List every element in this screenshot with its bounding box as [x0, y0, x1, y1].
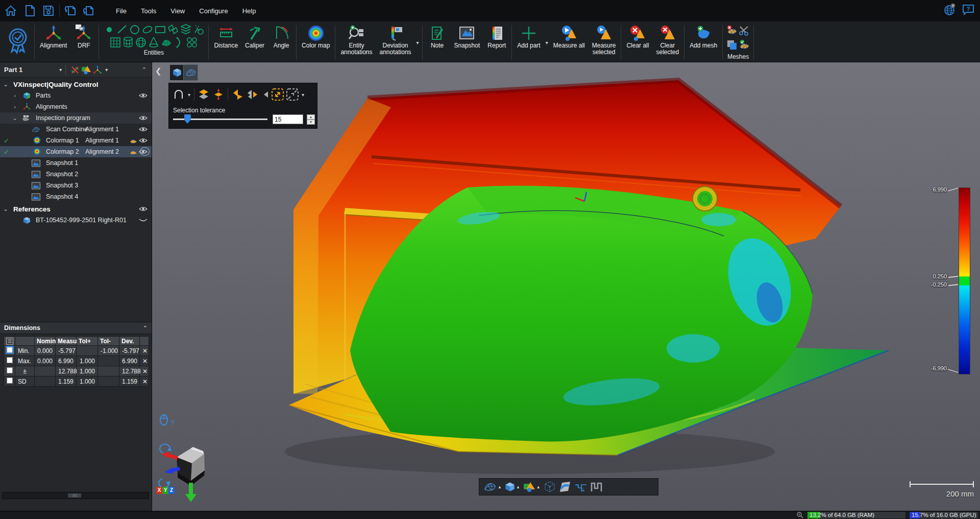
cut-mesh-icon[interactable]: [739, 25, 750, 38]
measure-all-button[interactable]: Measure all: [550, 23, 589, 62]
tree-references[interactable]: ⌄ References: [0, 203, 152, 215]
export-session-button[interactable]: [81, 3, 96, 18]
deviation-annotations-button[interactable]: Deviation annotations: [376, 23, 415, 62]
measure-selected-button[interactable]: Measure selected: [589, 23, 620, 62]
menu-tools[interactable]: Tools: [135, 4, 162, 18]
panel-collapse-caret[interactable]: ⌃: [142, 66, 146, 73]
collapse-panel-arrow-icon[interactable]: ❮: [155, 66, 162, 76]
3d-viewport[interactable]: ❮ ▾: [152, 62, 980, 511]
model-3d-view[interactable]: [152, 62, 980, 511]
cad-view-toggle[interactable]: [170, 65, 184, 80]
col-deviation[interactable]: Dev.: [119, 337, 140, 346]
tree-item-snapshot2[interactable]: Snapshot 2: [0, 169, 152, 180]
col-nominal[interactable]: Nomin: [35, 337, 56, 346]
selection-more-caret[interactable]: ▾: [301, 92, 305, 98]
entity-pattern-icon[interactable]: [186, 36, 199, 49]
menu-view[interactable]: View: [164, 4, 191, 18]
extend-selection-icon[interactable]: [260, 87, 270, 102]
tree-item-inspection-program[interactable]: ⌄ Inspection program: [0, 112, 152, 124]
drf-button[interactable]: DRF: [70, 23, 97, 62]
tools-dropdown-caret[interactable]: ▾: [105, 67, 108, 73]
selection-tolerance-slider-handle[interactable]: [184, 114, 191, 124]
table-row-min[interactable]: Min. 0.000 -5.797 -1.000 -5.797 ✕: [4, 346, 149, 356]
dimensions-collapse-caret[interactable]: ⌃: [143, 325, 148, 332]
entities-display-caret[interactable]: ▲: [536, 485, 541, 489]
tree-item-parts[interactable]: › Parts: [0, 90, 152, 101]
invert-selection-icon[interactable]: [231, 87, 244, 102]
visibility-eye-icon[interactable]: [139, 92, 148, 99]
tree-item-alignments[interactable]: › Alignments: [0, 101, 152, 112]
angle-button[interactable]: Angle: [268, 23, 295, 62]
shrink-selection-icon[interactable]: [286, 87, 299, 102]
new-document-button[interactable]: [22, 3, 38, 18]
bounding-box-button[interactable]: [544, 481, 556, 493]
cad-display-caret[interactable]: ▲: [516, 485, 520, 489]
alignment-button[interactable]: Alignment: [36, 23, 70, 62]
entity-sphere-icon[interactable]: [135, 36, 148, 49]
visibility-eye-icon[interactable]: [139, 206, 148, 212]
visibility-eye-icon[interactable]: [139, 149, 148, 155]
entity-annotations-button[interactable]: Entity annotations: [337, 23, 376, 62]
snapshot-button[interactable]: Snapshot: [451, 23, 484, 62]
part-selector-caret[interactable]: ▾: [59, 67, 62, 73]
swap-selection-icon[interactable]: [246, 87, 259, 102]
annotations-dropdown-caret[interactable]: ▾: [415, 40, 421, 45]
import-session-button[interactable]: [63, 3, 78, 18]
dome-selection-icon[interactable]: [172, 87, 185, 102]
table-row-sd[interactable]: SD 1.159 1.000 1.159 ✕: [4, 376, 149, 387]
selection-tolerance-slider[interactable]: [173, 119, 267, 120]
clear-all-button[interactable]: Clear all: [623, 23, 652, 62]
cross-section-button[interactable]: [574, 481, 587, 493]
online-help-globe-icon[interactable]: ?: [943, 3, 957, 18]
mesh-display-button[interactable]: ▲: [483, 482, 502, 491]
entity-point-icon[interactable]: [103, 23, 115, 36]
home-button[interactable]: [3, 3, 18, 18]
visibility-eye-icon[interactable]: [139, 115, 148, 121]
mesh-view-toggle[interactable]: [184, 65, 198, 80]
color-map-button[interactable]: Color map: [298, 23, 333, 62]
entity-circle-icon[interactable]: [128, 23, 141, 36]
table-row-plusminus[interactable]: ± 12.788 1.000 12.788 ✕: [4, 366, 149, 376]
tree-item-snapshot3[interactable]: Snapshot 3: [0, 180, 152, 191]
add-mesh-button[interactable]: Add mesh: [686, 23, 721, 62]
tree-item-snapshot1[interactable]: Snapshot 1: [0, 157, 152, 169]
mouse-help-icon[interactable]: ?: [159, 414, 174, 427]
entity-plane-icon[interactable]: [166, 23, 179, 36]
zoom-status-icon[interactable]: [796, 511, 803, 519]
distance-button[interactable]: Distance: [210, 23, 241, 62]
entity-line-icon[interactable]: [115, 23, 128, 36]
row-checkbox[interactable]: [7, 367, 13, 373]
select-through-icon[interactable]: [197, 87, 210, 102]
row-checkbox[interactable]: [7, 347, 13, 353]
cad-display-button[interactable]: ▲: [505, 482, 520, 492]
add-part-dropdown-caret[interactable]: ▾: [544, 40, 550, 45]
navigation-cube[interactable]: [156, 438, 217, 504]
row-checkbox[interactable]: [7, 357, 13, 363]
col-tol-plus[interactable]: Tol+: [77, 337, 98, 346]
entity-ellipse-icon[interactable]: [141, 23, 154, 36]
add-part-button[interactable]: Add part: [513, 23, 544, 62]
clear-measures-icon[interactable]: [69, 64, 81, 76]
menu-file[interactable]: File: [110, 4, 133, 18]
entity-grid-icon[interactable]: [109, 36, 122, 49]
tree-item-scan-combine[interactable]: Scan Combine Alignment 1: [0, 124, 152, 135]
histogram-button[interactable]: [591, 481, 603, 492]
col-measured[interactable]: Measu: [56, 337, 77, 346]
menu-help[interactable]: Help: [236, 4, 262, 18]
mesh-display-caret[interactable]: ▲: [498, 485, 502, 489]
entity-freeform-icon[interactable]: [192, 23, 205, 36]
delete-mesh-icon[interactable]: [726, 25, 738, 38]
dome-selection-caret[interactable]: ▾: [187, 92, 191, 98]
validate-mesh-icon[interactable]: [739, 39, 750, 53]
menu-configure[interactable]: Configure: [193, 4, 234, 18]
selection-tolerance-stepper[interactable]: ▲▼: [307, 114, 315, 124]
tree-item-snapshot4[interactable]: Snapshot 4: [0, 191, 152, 202]
tree-item-colormap1[interactable]: ✓ Colormap 1 Alignment 1: [0, 135, 152, 146]
measure-entities-icon[interactable]: [81, 64, 92, 76]
save-button[interactable]: [41, 3, 56, 18]
report-button[interactable]: Report: [483, 23, 510, 62]
quality-control-badge-icon[interactable]: [3, 23, 33, 62]
selection-tolerance-input[interactable]: [273, 114, 303, 124]
row-checkbox[interactable]: [7, 378, 13, 384]
dimensions-header[interactable]: Dimensions ⌃: [0, 322, 152, 334]
